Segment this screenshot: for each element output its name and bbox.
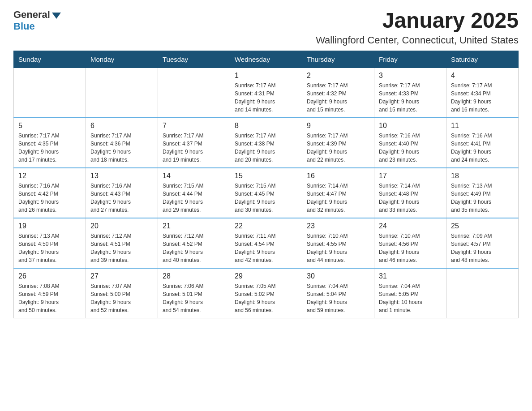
calendar-week-row: 19Sunrise: 7:13 AM Sunset: 4:50 PM Dayli… bbox=[14, 218, 519, 268]
day-info: Sunrise: 7:15 AM Sunset: 4:44 PM Dayligh… bbox=[163, 182, 225, 214]
day-number: 4 bbox=[451, 72, 514, 80]
day-of-week-header: Thursday bbox=[302, 51, 374, 68]
day-number: 1 bbox=[235, 72, 297, 80]
month-year-title: January 2025 bbox=[316, 9, 519, 33]
calendar-day-cell: 24Sunrise: 7:10 AM Sunset: 4:56 PM Dayli… bbox=[374, 218, 446, 268]
calendar-day-cell: 10Sunrise: 7:16 AM Sunset: 4:40 PM Dayli… bbox=[374, 118, 446, 168]
day-info: Sunrise: 7:04 AM Sunset: 5:05 PM Dayligh… bbox=[379, 282, 442, 314]
calendar-day-cell: 22Sunrise: 7:11 AM Sunset: 4:54 PM Dayli… bbox=[230, 218, 302, 268]
calendar-day-cell: 4Sunrise: 7:17 AM Sunset: 4:34 PM Daylig… bbox=[446, 68, 519, 118]
day-number: 22 bbox=[235, 222, 297, 230]
day-info: Sunrise: 7:12 AM Sunset: 4:52 PM Dayligh… bbox=[163, 232, 225, 264]
day-info: Sunrise: 7:17 AM Sunset: 4:39 PM Dayligh… bbox=[307, 132, 369, 164]
day-info: Sunrise: 7:14 AM Sunset: 4:48 PM Dayligh… bbox=[379, 182, 442, 214]
calendar-day-cell: 13Sunrise: 7:16 AM Sunset: 4:43 PM Dayli… bbox=[86, 168, 158, 218]
day-number: 31 bbox=[379, 272, 442, 280]
calendar-day-cell: 12Sunrise: 7:16 AM Sunset: 4:42 PM Dayli… bbox=[14, 168, 86, 218]
calendar-day-cell bbox=[14, 68, 86, 118]
day-info: Sunrise: 7:14 AM Sunset: 4:47 PM Dayligh… bbox=[307, 182, 369, 214]
day-of-week-header: Friday bbox=[374, 51, 446, 68]
calendar-day-cell: 19Sunrise: 7:13 AM Sunset: 4:50 PM Dayli… bbox=[14, 218, 86, 268]
day-number: 3 bbox=[379, 72, 442, 80]
calendar-day-cell: 21Sunrise: 7:12 AM Sunset: 4:52 PM Dayli… bbox=[158, 218, 230, 268]
page-header: General Blue January 2025 Wallingford Ce… bbox=[13, 9, 519, 46]
day-number: 23 bbox=[307, 222, 369, 230]
calendar-table: SundayMondayTuesdayWednesdayThursdayFrid… bbox=[13, 51, 519, 318]
day-info: Sunrise: 7:13 AM Sunset: 4:50 PM Dayligh… bbox=[18, 232, 81, 264]
day-number: 15 bbox=[235, 172, 297, 180]
calendar-day-cell: 27Sunrise: 7:07 AM Sunset: 5:00 PM Dayli… bbox=[86, 268, 158, 318]
logo-general-text: General bbox=[13, 9, 50, 21]
day-number: 13 bbox=[90, 172, 153, 180]
calendar-day-cell: 30Sunrise: 7:04 AM Sunset: 5:04 PM Dayli… bbox=[302, 268, 374, 318]
calendar-day-cell: 3Sunrise: 7:17 AM Sunset: 4:33 PM Daylig… bbox=[374, 68, 446, 118]
day-number: 12 bbox=[18, 172, 81, 180]
day-info: Sunrise: 7:09 AM Sunset: 4:57 PM Dayligh… bbox=[451, 232, 514, 264]
day-info: Sunrise: 7:16 AM Sunset: 4:42 PM Dayligh… bbox=[18, 182, 81, 214]
calendar-week-row: 26Sunrise: 7:08 AM Sunset: 4:59 PM Dayli… bbox=[14, 268, 519, 318]
day-number: 27 bbox=[90, 272, 153, 280]
calendar-week-row: 12Sunrise: 7:16 AM Sunset: 4:42 PM Dayli… bbox=[14, 168, 519, 218]
day-number: 2 bbox=[307, 72, 369, 80]
day-of-week-header: Sunday bbox=[14, 51, 86, 68]
day-of-week-header: Tuesday bbox=[158, 51, 230, 68]
day-number: 5 bbox=[18, 122, 81, 130]
calendar-day-cell: 5Sunrise: 7:17 AM Sunset: 4:35 PM Daylig… bbox=[14, 118, 86, 168]
calendar-day-cell: 23Sunrise: 7:10 AM Sunset: 4:55 PM Dayli… bbox=[302, 218, 374, 268]
calendar-day-cell: 31Sunrise: 7:04 AM Sunset: 5:05 PM Dayli… bbox=[374, 268, 446, 318]
calendar-week-row: 5Sunrise: 7:17 AM Sunset: 4:35 PM Daylig… bbox=[14, 118, 519, 168]
day-info: Sunrise: 7:07 AM Sunset: 5:00 PM Dayligh… bbox=[90, 282, 153, 314]
day-number: 30 bbox=[307, 272, 369, 280]
location-subtitle: Wallingford Center, Connecticut, United … bbox=[316, 34, 519, 46]
day-number: 18 bbox=[451, 172, 514, 180]
calendar-day-cell: 17Sunrise: 7:14 AM Sunset: 4:48 PM Dayli… bbox=[374, 168, 446, 218]
day-number: 14 bbox=[163, 172, 225, 180]
calendar-day-cell bbox=[86, 68, 158, 118]
day-number: 24 bbox=[379, 222, 442, 230]
calendar-day-cell: 6Sunrise: 7:17 AM Sunset: 4:36 PM Daylig… bbox=[86, 118, 158, 168]
day-info: Sunrise: 7:17 AM Sunset: 4:37 PM Dayligh… bbox=[163, 132, 225, 164]
logo-blue-text: Blue bbox=[13, 21, 35, 32]
calendar-day-cell: 14Sunrise: 7:15 AM Sunset: 4:44 PM Dayli… bbox=[158, 168, 230, 218]
day-number: 29 bbox=[235, 272, 297, 280]
day-info: Sunrise: 7:10 AM Sunset: 4:55 PM Dayligh… bbox=[307, 232, 369, 264]
day-info: Sunrise: 7:08 AM Sunset: 4:59 PM Dayligh… bbox=[18, 282, 81, 314]
day-info: Sunrise: 7:17 AM Sunset: 4:34 PM Dayligh… bbox=[451, 81, 514, 114]
calendar-day-cell: 9Sunrise: 7:17 AM Sunset: 4:39 PM Daylig… bbox=[302, 118, 374, 168]
calendar-header-row: SundayMondayTuesdayWednesdayThursdayFrid… bbox=[14, 51, 519, 68]
day-number: 20 bbox=[90, 222, 153, 230]
day-of-week-header: Saturday bbox=[446, 51, 519, 68]
calendar-day-cell: 2Sunrise: 7:17 AM Sunset: 4:32 PM Daylig… bbox=[302, 68, 374, 118]
day-number: 16 bbox=[307, 172, 369, 180]
day-of-week-header: Monday bbox=[86, 51, 158, 68]
calendar-day-cell: 1Sunrise: 7:17 AM Sunset: 4:31 PM Daylig… bbox=[230, 68, 302, 118]
day-number: 9 bbox=[307, 122, 369, 130]
calendar-day-cell: 25Sunrise: 7:09 AM Sunset: 4:57 PM Dayli… bbox=[446, 218, 519, 268]
day-number: 26 bbox=[18, 272, 81, 280]
calendar-day-cell: 20Sunrise: 7:12 AM Sunset: 4:51 PM Dayli… bbox=[86, 218, 158, 268]
logo-arrow-icon bbox=[52, 13, 61, 19]
calendar-day-cell: 18Sunrise: 7:13 AM Sunset: 4:49 PM Dayli… bbox=[446, 168, 519, 218]
title-section: January 2025 Wallingford Center, Connect… bbox=[316, 9, 519, 46]
day-info: Sunrise: 7:16 AM Sunset: 4:40 PM Dayligh… bbox=[379, 132, 442, 164]
calendar-day-cell: 15Sunrise: 7:15 AM Sunset: 4:45 PM Dayli… bbox=[230, 168, 302, 218]
day-info: Sunrise: 7:05 AM Sunset: 5:02 PM Dayligh… bbox=[235, 282, 297, 314]
calendar-day-cell: 7Sunrise: 7:17 AM Sunset: 4:37 PM Daylig… bbox=[158, 118, 230, 168]
calendar-day-cell bbox=[446, 268, 519, 318]
calendar-day-cell: 8Sunrise: 7:17 AM Sunset: 4:38 PM Daylig… bbox=[230, 118, 302, 168]
calendar-day-cell: 28Sunrise: 7:06 AM Sunset: 5:01 PM Dayli… bbox=[158, 268, 230, 318]
day-number: 21 bbox=[163, 222, 225, 230]
day-info: Sunrise: 7:17 AM Sunset: 4:32 PM Dayligh… bbox=[307, 81, 369, 114]
calendar-day-cell: 29Sunrise: 7:05 AM Sunset: 5:02 PM Dayli… bbox=[230, 268, 302, 318]
day-number: 6 bbox=[90, 122, 153, 130]
day-info: Sunrise: 7:15 AM Sunset: 4:45 PM Dayligh… bbox=[235, 182, 297, 214]
day-info: Sunrise: 7:11 AM Sunset: 4:54 PM Dayligh… bbox=[235, 232, 297, 264]
day-number: 7 bbox=[163, 122, 225, 130]
calendar-week-row: 1Sunrise: 7:17 AM Sunset: 4:31 PM Daylig… bbox=[14, 68, 519, 118]
day-number: 25 bbox=[451, 222, 514, 230]
day-info: Sunrise: 7:06 AM Sunset: 5:01 PM Dayligh… bbox=[163, 282, 225, 314]
day-info: Sunrise: 7:17 AM Sunset: 4:36 PM Dayligh… bbox=[90, 132, 153, 164]
day-of-week-header: Wednesday bbox=[230, 51, 302, 68]
day-number: 19 bbox=[18, 222, 81, 230]
day-info: Sunrise: 7:17 AM Sunset: 4:38 PM Dayligh… bbox=[235, 132, 297, 164]
